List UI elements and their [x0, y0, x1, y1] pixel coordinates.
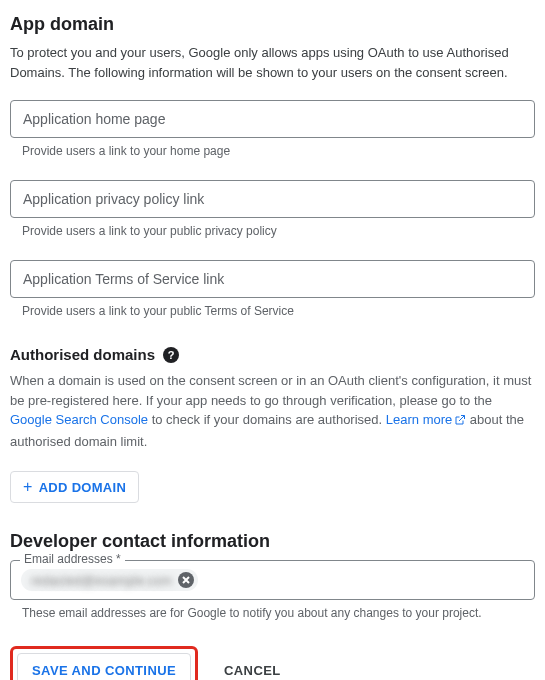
email-chip: redacted@example.com	[21, 569, 198, 591]
external-link-icon	[454, 412, 466, 432]
email-label: Email addresses *	[20, 552, 125, 566]
tos-helper: Provide users a link to your public Term…	[22, 304, 535, 318]
remove-chip-icon[interactable]	[178, 572, 194, 588]
email-addresses-input[interactable]: redacted@example.com	[10, 560, 535, 600]
help-icon[interactable]: ?	[163, 347, 179, 363]
authorised-domains-description: When a domain is used on the consent scr…	[10, 371, 535, 451]
save-highlight: SAVE AND CONTINUE	[10, 646, 198, 680]
search-console-link[interactable]: Google Search Console	[10, 412, 148, 427]
tos-input[interactable]	[10, 260, 535, 298]
learn-more-link[interactable]: Learn more	[386, 412, 466, 427]
add-domain-button[interactable]: + ADD DOMAIN	[10, 471, 139, 503]
save-and-continue-button[interactable]: SAVE AND CONTINUE	[17, 653, 191, 680]
authorised-domains-title: Authorised domains	[10, 346, 155, 363]
privacy-policy-helper: Provide users a link to your public priv…	[22, 224, 535, 238]
home-page-input[interactable]	[10, 100, 535, 138]
privacy-policy-input[interactable]	[10, 180, 535, 218]
cancel-button[interactable]: CANCEL	[220, 654, 285, 680]
app-domain-title: App domain	[10, 14, 535, 35]
email-helper: These email addresses are for Google to …	[22, 606, 535, 620]
home-page-helper: Provide users a link to your home page	[22, 144, 535, 158]
app-domain-description: To protect you and your users, Google on…	[10, 43, 535, 82]
plus-icon: +	[23, 479, 33, 495]
developer-contact-title: Developer contact information	[10, 531, 535, 552]
